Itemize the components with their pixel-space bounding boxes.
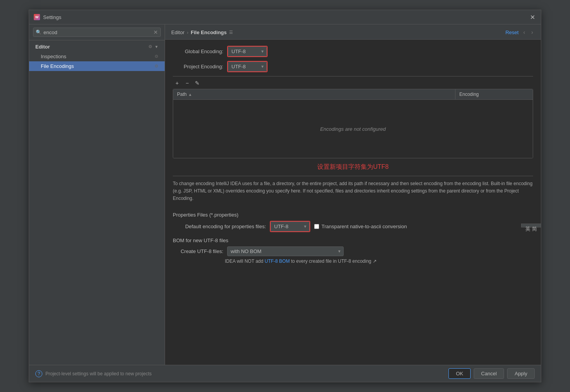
title-bar: W Settings ✕: [29, 10, 541, 24]
search-icon: 🔍: [36, 29, 42, 35]
search-input[interactable]: [43, 29, 151, 35]
apply-button[interactable]: Apply: [507, 368, 535, 379]
global-encoding-label: Global Encoding:: [173, 49, 223, 54]
props-encoding-label: Default encoding for properties files:: [173, 224, 266, 229]
bom-select[interactable]: with NO BOM: [227, 246, 344, 256]
bom-hint-prefix: IDEA will NOT add: [225, 258, 264, 264]
bom-section-title: BOM for new UTF-8 files: [173, 238, 533, 243]
cancel-button[interactable]: Cancel: [474, 368, 504, 379]
title-bar-left: W Settings: [34, 14, 61, 20]
lang-switcher[interactable]: 英 简: [521, 224, 541, 227]
breadcrumb: Editor › File Encodings ☰: [171, 29, 233, 35]
properties-section-title: Properties Files (*.properties): [173, 212, 533, 218]
sidebar-item-editor[interactable]: Editor ⚙ ▼: [29, 42, 165, 52]
props-encoding-select[interactable]: UTF-8: [271, 222, 309, 231]
sidebar: 🔍 ✕ Editor ⚙ ▼ Inspections ⚙: [29, 24, 165, 365]
global-encoding-select[interactable]: UTF-8: [228, 47, 267, 56]
sidebar-item-inspections[interactable]: Inspections ⚙: [29, 52, 165, 61]
project-encoding-row: Project Encoding: UTF-8 ▼: [173, 61, 533, 72]
project-encoding-select[interactable]: UTF-8: [228, 62, 267, 71]
breadcrumb-menu-icon[interactable]: ☰: [229, 30, 233, 35]
add-button[interactable]: +: [173, 79, 181, 87]
dialog-body: 🔍 ✕ Editor ⚙ ▼ Inspections ⚙: [29, 24, 541, 365]
chinese-annotation: 设置新项目字符集为UTF8: [173, 158, 533, 176]
global-encoding-select-wrap: UTF-8 ▼: [227, 46, 268, 57]
path-column-header[interactable]: Path ▲: [173, 89, 455, 99]
breadcrumb-current: File Encodings: [191, 29, 226, 35]
dialog-footer: ? Project-level settings will be applied…: [29, 365, 541, 382]
project-encoding-select-wrap: UTF-8 ▼: [227, 61, 268, 72]
edit-button[interactable]: ✎: [193, 79, 202, 87]
reset-button[interactable]: Reset: [506, 29, 519, 35]
transparent-label: Transparent native-to-ascii conversion: [321, 224, 407, 229]
encodings-table: Path ▲ Encoding Encodings are not config…: [173, 89, 533, 158]
table-body: Encodings are not configured: [173, 100, 533, 158]
sidebar-item-file-encodings[interactable]: File Encodings ⚙: [29, 61, 165, 71]
help-button[interactable]: ?: [35, 370, 42, 377]
search-input-wrap: 🔍 ✕: [33, 28, 161, 37]
global-encoding-row: Global Encoding: UTF-8 ▼: [173, 46, 533, 57]
toolbar-row: + − ✎: [173, 76, 533, 89]
content-header: Editor › File Encodings ☰ Reset ‹ ›: [165, 24, 541, 40]
header-actions: Reset ‹ ›: [506, 28, 535, 36]
inspections-settings-icon: ⚙: [155, 54, 158, 59]
editor-chevron: ▼: [155, 45, 158, 49]
bom-create-label: Create UTF-8 files:: [173, 248, 223, 254]
footer-left: ? Project-level settings will be applied…: [35, 370, 151, 377]
editor-settings-icon: ⚙: [148, 44, 152, 49]
bom-hint: IDEA will NOT add UTF-8 BOM to every cre…: [173, 258, 533, 264]
sidebar-item-editor-label: Editor: [35, 44, 50, 50]
bom-hint-suffix: to every created file in UTF-8 encoding …: [290, 258, 376, 264]
bom-hint-link[interactable]: UTF-8 BOM: [264, 258, 290, 264]
footer-hint: Project-level settings will be applied t…: [45, 371, 151, 376]
table-header: Path ▲ Encoding: [173, 89, 533, 100]
sidebar-item-file-encodings-label: File Encodings: [41, 63, 74, 69]
dialog-title: Settings: [43, 14, 61, 20]
settings-dialog: W Settings ✕ 🔍 ✕ Editor ⚙ ▼: [29, 10, 541, 382]
ok-button[interactable]: OK: [448, 368, 471, 379]
empty-message: Encodings are not configured: [320, 126, 386, 132]
close-button[interactable]: ✕: [528, 13, 536, 21]
sidebar-item-inspections-label: Inspections: [41, 54, 66, 59]
project-encoding-label: Project Encoding:: [173, 64, 223, 69]
breadcrumb-separator: ›: [187, 29, 188, 35]
encoding-column-header: Encoding: [455, 89, 533, 99]
content-scroll: Global Encoding: UTF-8 ▼ Project Encodin…: [165, 40, 541, 365]
breadcrumb-parent: Editor: [171, 29, 184, 35]
footer-buttons: OK Cancel Apply: [448, 368, 535, 379]
bom-create-row: Create UTF-8 files: with NO BOM ▼: [173, 246, 533, 256]
remove-button[interactable]: −: [183, 79, 191, 87]
bom-select-wrap: with NO BOM ▼: [227, 246, 344, 256]
bom-section: BOM for new UTF-8 files Create UTF-8 fil…: [173, 238, 533, 264]
app-icon: W: [34, 14, 40, 20]
transparent-checkbox[interactable]: [314, 224, 319, 229]
transparent-checkbox-row: Transparent native-to-ascii conversion: [314, 224, 407, 229]
main-content: Editor › File Encodings ☰ Reset ‹ › Glob…: [165, 24, 541, 365]
search-box: 🔍 ✕: [29, 24, 165, 40]
sidebar-nav: Editor ⚙ ▼ Inspections ⚙ File Encodings …: [29, 40, 165, 365]
back-arrow[interactable]: ‹: [522, 28, 527, 36]
file-encodings-settings-icon: ⚙: [155, 64, 158, 69]
forward-arrow[interactable]: ›: [530, 28, 535, 36]
clear-icon[interactable]: ✕: [153, 29, 158, 35]
sort-icon: ▲: [188, 92, 192, 97]
props-encoding-select-wrap: UTF-8 ▼: [270, 221, 310, 232]
props-encoding-row: Default encoding for properties files: U…: [173, 221, 533, 232]
description-text: To change encoding IntelliJ IDEA uses fo…: [173, 176, 533, 206]
